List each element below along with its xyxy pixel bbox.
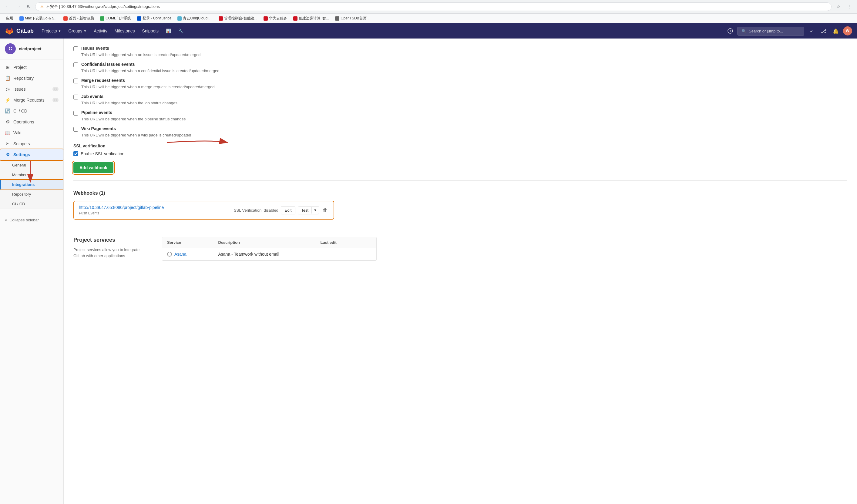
bookmark-label: 华为云服务	[269, 16, 287, 21]
reload-button[interactable]: ↻	[24, 2, 33, 11]
bookmark-mac[interactable]: Mac下安装Go & S...	[17, 15, 60, 22]
ssl-disabled-label: SSL Verification: disabled	[234, 208, 279, 213]
event-row-confidential-issues: Confidential Issues events This URL will…	[73, 62, 334, 73]
wiki-page-events-checkbox[interactable]	[73, 127, 78, 132]
user-avatar[interactable]: W	[843, 27, 852, 35]
add-webhook-section: Add webhook	[73, 162, 334, 173]
sidebar-collapse-button[interactable]: « Collapse sidebar	[0, 214, 63, 226]
service-name-cell: Asana	[167, 252, 218, 256]
webhook-delete-button[interactable]: 🗑	[321, 206, 329, 214]
nav-activity[interactable]: Activity	[91, 26, 110, 36]
bookmark-home[interactable]: 首页 - 新智超脑	[61, 15, 97, 22]
sidebar-subnav: General Members Integrations Repository …	[0, 160, 63, 209]
nav-wrench-icon[interactable]: 🔧	[175, 26, 186, 36]
repository-icon: 📋	[5, 75, 10, 81]
sidebar-item-repository[interactable]: 📋 Repository	[0, 73, 63, 84]
table-row: Asana Asana - Teamwork without email	[162, 248, 376, 261]
todo-icon[interactable]: ✓	[807, 26, 817, 36]
bookmark-huawei3[interactable]: 创建边缘计算_智...	[291, 15, 332, 22]
webhook-test-dropdown-button[interactable]: ▼	[312, 207, 319, 214]
service-col-header: Service	[167, 240, 218, 245]
address-bar[interactable]: ⚠ 不安全 | 10.39.47.63/weihongwei/cicdproje…	[35, 2, 831, 11]
wrench-icon: 🔧	[178, 29, 183, 33]
event-row-wiki-page: Wiki Page events This URL will be trigge…	[73, 126, 334, 137]
job-events-desc: This URL will be triggered when the job …	[81, 101, 334, 105]
job-events-checkbox[interactable]	[73, 95, 78, 99]
browser-actions: ☆ ⋮	[834, 2, 853, 11]
pipeline-events-checkbox[interactable]	[73, 111, 78, 116]
ssl-title: SSL verification	[73, 144, 334, 148]
job-events-label: Job events	[81, 94, 103, 99]
sidebar-item-operations[interactable]: ⚙ Operations	[0, 116, 63, 128]
nav-projects[interactable]: Projects ▼	[38, 26, 64, 36]
sidebar-subitem-integrations[interactable]: Integrations	[0, 180, 63, 189]
project-services-desc: Project services allow you to integrate …	[73, 247, 152, 259]
bookmark-label: 首页 - 新智超脑	[69, 16, 94, 21]
merge-request-events-checkbox[interactable]	[73, 79, 78, 83]
merge-requests-icon: ⚡	[5, 97, 10, 103]
nav-snippets[interactable]: Snippets	[139, 26, 162, 36]
bookmark-label: 登录 - Confluence	[142, 16, 171, 21]
issues-events-label: Issues events	[81, 46, 109, 51]
bookmarks-bar: 应用 Mac下安装Go & S... 首页 - 新智超脑 COME门户系统 登录…	[0, 14, 857, 23]
confidential-issues-events-checkbox[interactable]	[73, 63, 78, 67]
sidebar-subitem-members[interactable]: Members	[0, 170, 63, 180]
nav-groups[interactable]: Groups ▼	[65, 26, 89, 36]
sidebar-item-project[interactable]: ⊞ Project	[0, 62, 63, 73]
global-search[interactable]: 🔍 Search or jump to...	[738, 27, 804, 35]
main-nav: Projects ▼ Groups ▼ Activity Milestones …	[38, 26, 186, 36]
last-edit-col-header: Last edit	[321, 240, 372, 245]
project-icon: ⊞	[5, 65, 10, 70]
ci-cd-icon: 🔄	[5, 108, 10, 114]
issues-icon: ◎	[5, 86, 10, 92]
nav-chart-icon[interactable]: 📊	[163, 26, 174, 36]
merge-request-icon[interactable]: ⎇	[819, 26, 828, 36]
pipeline-events-desc: This URL will be triggered when the pipe…	[81, 117, 334, 121]
sidebar-subitem-general[interactable]: General	[0, 161, 63, 170]
chevron-left-icon: «	[5, 218, 7, 222]
webhook-events: Push Events	[79, 211, 229, 215]
sidebar-item-settings[interactable]: ⚙ Settings	[0, 149, 63, 160]
services-table: Service Description Last edit Asana Asan…	[162, 237, 377, 261]
main-layout: C cicdproject ⊞ Project 📋 Repository ◎ I…	[0, 38, 857, 504]
bookmark-come[interactable]: COME门户系统	[98, 15, 133, 22]
webhook-edit-button[interactable]: Edit	[281, 206, 296, 214]
more-button[interactable]: ⋮	[845, 2, 853, 11]
sidebar-item-wiki[interactable]: 📖 Wiki	[0, 128, 63, 138]
bookmark-star-button[interactable]: ☆	[834, 2, 842, 11]
merge-requests-badge: 0	[52, 98, 58, 102]
sidebar-item-merge-requests[interactable]: ⚡ Merge Requests 0	[0, 95, 63, 105]
service-status-icon	[167, 252, 172, 256]
services-table-header: Service Description Last edit	[162, 237, 376, 248]
back-button[interactable]: ←	[4, 2, 12, 11]
add-webhook-button[interactable]: Add webhook	[73, 162, 114, 173]
webhook-test-button[interactable]: Test	[298, 206, 312, 214]
sidebar-item-ci-cd[interactable]: 🔄 CI / CD	[0, 105, 63, 116]
bookmark-huawei2[interactable]: 华为云服务	[261, 15, 290, 22]
sidebar: C cicdproject ⊞ Project 📋 Repository ◎ I…	[0, 38, 64, 504]
bookmark-label: OpenTSDB首页...	[340, 16, 369, 21]
wiki-page-events-label: Wiki Page events	[81, 126, 116, 131]
bookmark-opentsdb[interactable]: OpenTSDB首页...	[333, 15, 372, 22]
sidebar-subitem-repository[interactable]: Repository	[0, 189, 63, 199]
issues-events-checkbox[interactable]	[73, 46, 78, 51]
bookmark-qingcloud[interactable]: 青云QingCloud |...	[175, 15, 215, 22]
confidential-issues-events-label: Confidential Issues events	[81, 62, 135, 67]
new-item-button[interactable]	[725, 26, 735, 36]
sidebar-item-snippets[interactable]: ✂ Snippets	[0, 138, 63, 149]
service-link-asana[interactable]: Asana	[174, 252, 186, 256]
webhooks-section: Webhooks (1) http://10.39.47.65:8080/pro…	[73, 190, 334, 220]
notification-icon[interactable]: 🔔	[831, 26, 841, 36]
forward-button[interactable]: →	[14, 2, 22, 11]
webhook-url: http://10.39.47.65:8080/project/gitlab-p…	[79, 205, 229, 210]
merge-request-events-desc: This URL will be triggered when a merge …	[81, 85, 334, 89]
nav-milestones[interactable]: Milestones	[112, 26, 138, 36]
bookmark-confluence[interactable]: 登录 - Confluence	[135, 15, 174, 22]
sidebar-item-issues[interactable]: ◎ Issues 0	[0, 84, 63, 95]
bookmark-apps[interactable]: 应用	[4, 15, 16, 22]
sidebar-subitem-ci-cd[interactable]: CI / CD	[0, 199, 63, 209]
settings-icon: ⚙	[5, 152, 10, 157]
enable-ssl-checkbox[interactable]	[73, 151, 78, 156]
gitlab-logo[interactable]: GitLab	[5, 27, 34, 35]
bookmark-huawei1[interactable]: 管理控制台-智能边...	[216, 15, 260, 22]
